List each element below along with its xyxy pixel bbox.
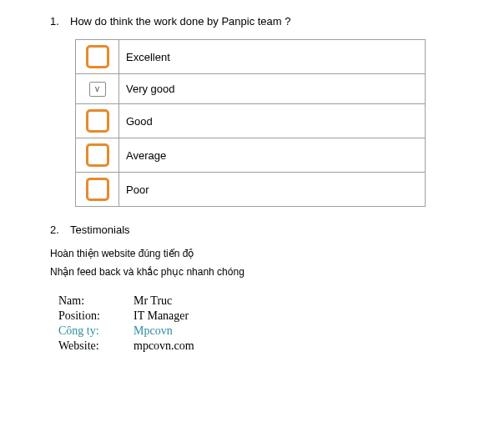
- table-row: v Very good: [76, 74, 426, 104]
- company-label: Công ty:: [58, 324, 134, 339]
- question-2: 2. Testimonials: [50, 224, 471, 236]
- rating-label: Average: [119, 138, 426, 173]
- checkbox-icon: [86, 109, 109, 133]
- position-label: Position:: [58, 309, 134, 324]
- name-value: Mr Truc: [134, 294, 194, 309]
- testimonial-line: Hoàn thiện website đúng tiến độ: [50, 248, 471, 259]
- checkbox-icon: [86, 178, 109, 201]
- table-row: Nam: Mr Truc: [58, 294, 194, 309]
- question-1-number: 1.: [50, 15, 70, 28]
- testimonial-line: Nhận feed back và khắc phục nhanh chóng: [50, 266, 471, 278]
- company-value: Mpcovn: [134, 324, 194, 339]
- document-page: 1. How do think the work done by Panpic …: [0, 0, 504, 354]
- rating-table: Excellent v Very good Good Average Poor: [75, 39, 426, 207]
- table-row: Công ty: Mpcovn: [58, 324, 194, 339]
- rating-label: Very good: [119, 74, 426, 104]
- question-1-text: How do think the work done by Panpic tea…: [70, 15, 471, 28]
- checkbox-icon: [86, 143, 109, 167]
- rating-label: Excellent: [119, 40, 426, 74]
- question-1: 1. How do think the work done by Panpic …: [50, 15, 471, 28]
- table-row: Poor: [76, 173, 426, 207]
- table-row: Position: IT Manager: [58, 309, 194, 324]
- checkbox-icon: v: [89, 82, 106, 97]
- table-row: Website: mpcovn.com: [58, 339, 194, 354]
- table-row: Excellent: [76, 40, 426, 74]
- rating-label: Good: [119, 104, 426, 138]
- website-value: mpcovn.com: [134, 339, 194, 354]
- position-value: IT Manager: [134, 309, 194, 324]
- testimonial-block: Hoàn thiện website đúng tiến độ Nhận fee…: [50, 248, 471, 278]
- rating-label: Poor: [119, 173, 426, 207]
- question-2-number: 2.: [50, 224, 70, 236]
- name-label: Nam:: [58, 294, 134, 309]
- website-label: Website:: [58, 339, 134, 354]
- checkbox-icon: [86, 45, 109, 68]
- info-table: Nam: Mr Truc Position: IT Manager Công t…: [58, 294, 194, 354]
- table-row: Good: [76, 104, 426, 138]
- table-row: Average: [76, 138, 426, 173]
- question-2-text: Testimonials: [70, 224, 471, 236]
